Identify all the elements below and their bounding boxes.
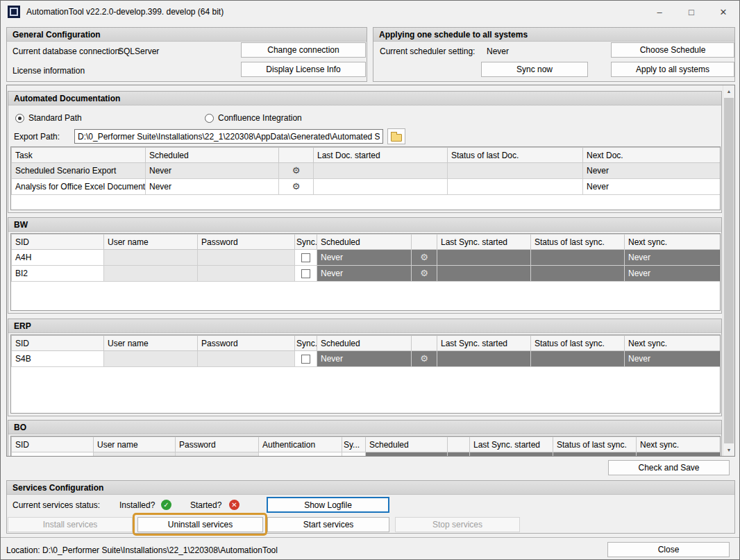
sid-cell[interactable]: bi4... [12,452,94,457]
col-scheduled[interactable]: Scheduled [317,235,412,250]
gear-icon[interactable]: ⚙ [420,268,428,278]
scroll-up-button[interactable]: ▲ [723,85,734,97]
password-cell[interactable] [198,266,295,282]
next-sync-cell[interactable]: Never [625,266,721,282]
radio-button-icon[interactable] [205,114,214,123]
scheduled-cell[interactable]: Never [317,250,412,266]
col-sid[interactable]: SID [12,235,104,250]
schedule-gear-cell[interactable]: ⚙ [279,179,314,195]
scheduled-cell[interactable]: Never [366,452,448,457]
gear-icon[interactable]: ⚙ [292,165,301,176]
col-status-last-sync[interactable]: Status of last sync. [553,437,637,452]
scheduled-cell[interactable]: Never [317,266,412,282]
col-status-last-sync[interactable]: Status of last sync. [531,235,625,250]
gear-icon[interactable]: ⚙ [420,353,428,364]
install-services-button[interactable]: Install services [8,517,133,532]
col-last-sync-started[interactable]: Last Sync. started [470,437,553,452]
choose-schedule-button[interactable]: Choose Schedule [611,42,734,58]
sync-checkbox[interactable] [301,269,310,278]
export-path-input[interactable] [74,129,383,144]
col-authentication[interactable]: Authentication [259,437,342,452]
close-button[interactable]: Close [607,542,730,557]
col-sync[interactable]: Sync. [295,235,317,250]
radio-standard-path[interactable]: Standard Path [15,113,82,123]
radio-confluence-integration[interactable]: Confluence Integration [205,113,302,123]
schedule-gear-cell[interactable]: ⚙ [412,351,437,367]
col-last-doc-started[interactable]: Last Doc. started [314,148,448,163]
col-password[interactable]: Password [198,336,295,351]
minimize-button[interactable]: – [644,1,675,23]
scheduled-cell[interactable]: Never [317,351,412,367]
sync-checkbox[interactable] [349,456,358,457]
gear-icon[interactable]: ⚙ [420,252,428,262]
col-next-sync[interactable]: Next sync. [637,437,721,452]
autodoc-row-scenario-export[interactable]: Scheduled Scenario Export Never ⚙ Never [12,163,721,179]
bw-row-a4h[interactable]: A4H Never ⚙ Never [12,250,721,266]
next-sync-cell[interactable]: Never [625,250,721,266]
col-gear[interactable] [412,235,437,250]
change-connection-button[interactable]: Change connection [241,42,366,58]
scheduled-cell[interactable]: Never [146,163,279,179]
password-cell[interactable] [198,351,295,367]
col-status-last-doc[interactable]: Status of last Doc. [448,148,583,163]
col-scheduled[interactable]: Scheduled [146,148,279,163]
bw-row-bi2[interactable]: BI2 Never ⚙ Never [12,266,721,282]
schedule-gear-cell[interactable]: ⚙ [279,163,314,179]
schedule-gear-cell[interactable]: ⚙ [448,452,470,457]
sync-checkbox[interactable] [301,253,310,262]
username-cell[interactable] [104,250,198,266]
username-cell[interactable] [94,452,176,457]
sync-cell[interactable] [295,250,317,266]
col-task[interactable]: Task [12,148,146,163]
scroll-down-button[interactable]: ▼ [723,444,734,456]
autodoc-row-aoffice-export[interactable]: Analysis for Office Excel Documenta... N… [12,179,721,195]
gear-icon[interactable]: ⚙ [455,455,463,457]
password-cell[interactable] [176,452,259,457]
col-password[interactable]: Password [176,437,259,452]
next-doc-cell[interactable]: Never [583,163,721,179]
col-scheduled[interactable]: Scheduled [317,336,412,351]
stop-services-button[interactable]: Stop services [395,517,520,532]
apply-to-all-button[interactable]: Apply to all systems [611,62,734,77]
col-user-name[interactable]: User name [104,336,198,351]
sid-cell[interactable]: BI2 [12,266,104,282]
schedule-gear-cell[interactable]: ⚙ [412,266,437,282]
col-user-name[interactable]: User name [104,235,198,250]
scrollbar-thumb[interactable] [724,98,734,443]
sid-cell[interactable]: S4B [12,351,104,367]
browse-folder-button[interactable] [387,128,405,144]
task-cell[interactable]: Scheduled Scenario Export [12,163,146,179]
scheduled-cell[interactable]: Never [146,179,279,195]
bo-row[interactable]: bi4... Enterprise Never ⚙ Never [12,452,721,457]
col-gear[interactable] [412,336,437,351]
col-gear[interactable] [279,148,314,163]
radio-button-icon[interactable] [15,114,24,123]
show-logfile-button[interactable]: Show Logfile [267,497,389,513]
vertical-scrollbar[interactable]: ▲ ▼ [723,85,734,456]
schedule-gear-cell[interactable]: ⚙ [412,250,437,266]
sync-now-button[interactable]: Sync now [481,62,588,77]
password-cell[interactable] [198,250,295,266]
next-sync-cell[interactable]: Never [637,452,721,457]
col-next-sync[interactable]: Next sync. [625,235,721,250]
col-last-sync-started[interactable]: Last Sync. started [437,336,531,351]
col-sid[interactable]: SID [12,437,94,452]
col-status-last-sync[interactable]: Status of last sync. [531,336,625,351]
authentication-cell[interactable]: Enterprise [259,452,342,457]
col-last-sync-started[interactable]: Last Sync. started [437,235,531,250]
sync-cell[interactable] [295,351,317,367]
next-doc-cell[interactable]: Never [583,179,721,195]
col-sid[interactable]: SID [12,336,104,351]
col-user-name[interactable]: User name [94,437,176,452]
next-sync-cell[interactable]: Never [625,351,721,367]
col-gear[interactable] [448,437,470,452]
col-next-sync[interactable]: Next sync. [625,336,721,351]
col-scheduled[interactable]: Scheduled [366,437,448,452]
sid-cell[interactable]: A4H [12,250,104,266]
sync-checkbox[interactable] [301,355,310,364]
start-services-button[interactable]: Start services [267,517,389,532]
col-password[interactable]: Password [198,235,295,250]
task-cell[interactable]: Analysis for Office Excel Documenta... [12,179,146,195]
username-cell[interactable] [104,351,198,367]
col-sync[interactable]: Sy... [342,437,366,452]
